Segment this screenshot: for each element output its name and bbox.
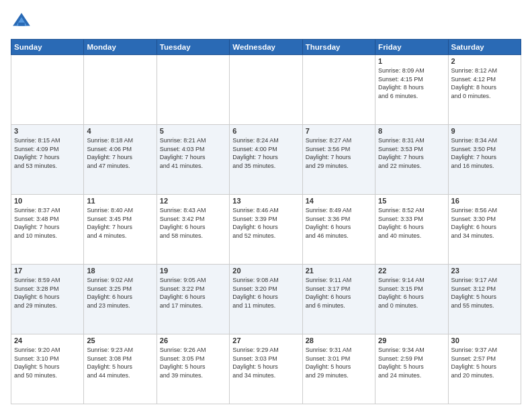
calendar-cell [11,55,84,125]
day-number: 4 [87,127,153,135]
calendar-cell: 8Sunrise: 8:31 AM Sunset: 3:53 PM Daylig… [375,125,448,195]
header [11,11,521,32]
day-number: 10 [14,197,81,205]
day-number: 1 [378,57,445,65]
calendar-cell: 27Sunrise: 9:29 AM Sunset: 3:03 PM Dayli… [230,334,302,404]
day-info: Sunrise: 8:43 AM Sunset: 3:42 PM Dayligh… [160,206,226,240]
calendar-cell: 16Sunrise: 8:56 AM Sunset: 3:30 PM Dayli… [448,195,521,265]
day-number: 25 [87,336,153,345]
day-number: 29 [378,336,445,345]
day-info: Sunrise: 9:26 AM Sunset: 3:05 PM Dayligh… [160,346,226,379]
calendar-week-4: 24Sunrise: 9:20 AM Sunset: 3:10 PM Dayli… [11,334,521,404]
calendar-cell: 7Sunrise: 8:27 AM Sunset: 3:56 PM Daylig… [302,125,375,195]
calendar-cell: 25Sunrise: 9:23 AM Sunset: 3:08 PM Dayli… [84,334,157,404]
calendar-cell: 22Sunrise: 9:14 AM Sunset: 3:15 PM Dayli… [375,265,448,334]
col-header-saturday: Saturday [448,40,521,55]
day-number: 24 [14,336,81,345]
calendar-cell: 5Sunrise: 8:21 AM Sunset: 4:03 PM Daylig… [157,125,229,195]
col-header-friday: Friday [375,40,448,55]
day-info: Sunrise: 8:37 AM Sunset: 3:48 PM Dayligh… [14,206,81,240]
calendar-cell: 10Sunrise: 8:37 AM Sunset: 3:48 PM Dayli… [11,195,84,265]
col-header-tuesday: Tuesday [157,40,229,55]
col-header-wednesday: Wednesday [230,40,302,55]
day-number: 22 [378,267,445,275]
day-info: Sunrise: 8:52 AM Sunset: 3:33 PM Dayligh… [378,206,445,240]
day-number: 13 [232,197,299,205]
day-info: Sunrise: 9:23 AM Sunset: 3:08 PM Dayligh… [87,346,153,379]
day-number: 12 [160,197,226,205]
calendar-cell: 24Sunrise: 9:20 AM Sunset: 3:10 PM Dayli… [11,334,84,404]
day-info: Sunrise: 8:09 AM Sunset: 4:15 PM Dayligh… [378,66,445,100]
calendar-cell: 28Sunrise: 9:31 AM Sunset: 3:01 PM Dayli… [302,334,375,404]
col-header-sunday: Sunday [11,40,84,55]
calendar-cell: 6Sunrise: 8:24 AM Sunset: 4:00 PM Daylig… [230,125,302,195]
day-info: Sunrise: 9:14 AM Sunset: 3:15 PM Dayligh… [378,276,445,310]
day-info: Sunrise: 8:49 AM Sunset: 3:36 PM Dayligh… [306,206,372,240]
day-number: 2 [451,57,518,65]
day-info: Sunrise: 8:46 AM Sunset: 3:39 PM Dayligh… [232,206,299,240]
calendar-cell: 12Sunrise: 8:43 AM Sunset: 3:42 PM Dayli… [157,195,229,265]
day-info: Sunrise: 9:37 AM Sunset: 2:57 PM Dayligh… [451,346,518,379]
day-info: Sunrise: 8:21 AM Sunset: 4:03 PM Dayligh… [160,136,226,170]
day-number: 18 [87,267,153,275]
calendar-cell: 9Sunrise: 8:34 AM Sunset: 3:50 PM Daylig… [448,125,521,195]
calendar-cell: 20Sunrise: 9:08 AM Sunset: 3:20 PM Dayli… [230,265,302,334]
day-number: 16 [451,197,518,205]
calendar-cell: 15Sunrise: 8:52 AM Sunset: 3:33 PM Dayli… [375,195,448,265]
calendar-cell: 1Sunrise: 8:09 AM Sunset: 4:15 PM Daylig… [375,55,448,125]
calendar-cell: 29Sunrise: 9:34 AM Sunset: 2:59 PM Dayli… [375,334,448,404]
calendar-cell: 3Sunrise: 8:15 AM Sunset: 4:09 PM Daylig… [11,125,84,195]
day-info: Sunrise: 8:24 AM Sunset: 4:00 PM Dayligh… [232,136,299,170]
day-info: Sunrise: 9:02 AM Sunset: 3:25 PM Dayligh… [87,276,153,310]
logo-icon [11,11,32,32]
calendar-cell: 18Sunrise: 9:02 AM Sunset: 3:25 PM Dayli… [84,265,157,334]
day-info: Sunrise: 9:11 AM Sunset: 3:17 PM Dayligh… [306,276,372,310]
calendar-cell: 19Sunrise: 9:05 AM Sunset: 3:22 PM Dayli… [157,265,229,334]
day-number: 30 [451,336,518,345]
calendar-cell: 4Sunrise: 8:18 AM Sunset: 4:06 PM Daylig… [84,125,157,195]
day-number: 17 [14,267,81,275]
calendar-week-3: 17Sunrise: 8:59 AM Sunset: 3:28 PM Dayli… [11,265,521,334]
day-info: Sunrise: 9:05 AM Sunset: 3:22 PM Dayligh… [160,276,226,310]
calendar-week-1: 3Sunrise: 8:15 AM Sunset: 4:09 PM Daylig… [11,125,521,195]
day-info: Sunrise: 9:17 AM Sunset: 3:12 PM Dayligh… [451,276,518,310]
day-info: Sunrise: 8:40 AM Sunset: 3:45 PM Dayligh… [87,206,153,240]
calendar-cell [230,55,302,125]
day-number: 15 [378,197,445,205]
calendar-cell: 17Sunrise: 8:59 AM Sunset: 3:28 PM Dayli… [11,265,84,334]
calendar-header-row: SundayMondayTuesdayWednesdayThursdayFrid… [11,40,521,55]
day-number: 8 [378,127,445,135]
day-number: 6 [232,127,299,135]
day-number: 23 [451,267,518,275]
day-number: 19 [160,267,226,275]
calendar-cell: 23Sunrise: 9:17 AM Sunset: 3:12 PM Dayli… [448,265,521,334]
page: SundayMondayTuesdayWednesdayThursdayFrid… [0,0,532,411]
day-number: 14 [306,197,372,205]
calendar-week-0: 1Sunrise: 8:09 AM Sunset: 4:15 PM Daylig… [11,55,521,125]
calendar-cell: 14Sunrise: 8:49 AM Sunset: 3:36 PM Dayli… [302,195,375,265]
day-info: Sunrise: 9:08 AM Sunset: 3:20 PM Dayligh… [232,276,299,310]
day-info: Sunrise: 8:15 AM Sunset: 4:09 PM Dayligh… [14,136,81,170]
day-number: 11 [87,197,153,205]
svg-rect-2 [18,23,25,26]
calendar-cell [157,55,229,125]
day-info: Sunrise: 9:29 AM Sunset: 3:03 PM Dayligh… [232,346,299,379]
calendar-cell: 21Sunrise: 9:11 AM Sunset: 3:17 PM Dayli… [302,265,375,334]
day-number: 21 [306,267,372,275]
calendar-cell: 30Sunrise: 9:37 AM Sunset: 2:57 PM Dayli… [448,334,521,404]
calendar-cell: 2Sunrise: 8:12 AM Sunset: 4:12 PM Daylig… [448,55,521,125]
calendar-cell [302,55,375,125]
calendar-cell: 13Sunrise: 8:46 AM Sunset: 3:39 PM Dayli… [230,195,302,265]
day-info: Sunrise: 8:12 AM Sunset: 4:12 PM Dayligh… [451,66,518,100]
day-info: Sunrise: 8:59 AM Sunset: 3:28 PM Dayligh… [14,276,81,310]
day-number: 26 [160,336,226,345]
day-number: 27 [232,336,299,345]
calendar-cell: 11Sunrise: 8:40 AM Sunset: 3:45 PM Dayli… [84,195,157,265]
calendar-cell [84,55,157,125]
day-info: Sunrise: 8:18 AM Sunset: 4:06 PM Dayligh… [87,136,153,170]
day-info: Sunrise: 8:34 AM Sunset: 3:50 PM Dayligh… [451,136,518,170]
day-info: Sunrise: 8:31 AM Sunset: 3:53 PM Dayligh… [378,136,445,170]
calendar-week-2: 10Sunrise: 8:37 AM Sunset: 3:48 PM Dayli… [11,195,521,265]
day-number: 5 [160,127,226,135]
day-info: Sunrise: 9:31 AM Sunset: 3:01 PM Dayligh… [306,346,372,379]
